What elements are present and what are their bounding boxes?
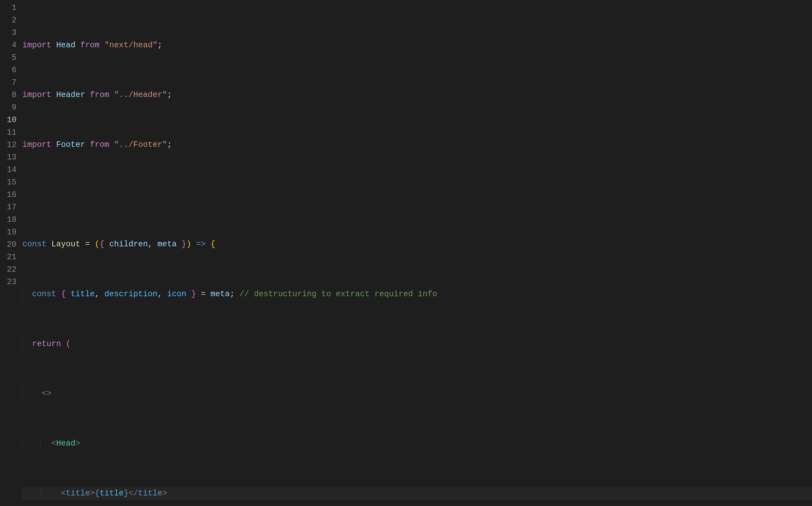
line-number: 13 <box>4 151 16 164</box>
line-number: 14 <box>4 164 16 176</box>
line-number: 15 <box>4 176 16 189</box>
tok-brace: } <box>124 489 129 498</box>
line-number: 18 <box>4 214 16 226</box>
line-number: 4 <box>4 39 16 52</box>
code-line[interactable]: import Header from "../Header"; <box>22 89 812 101</box>
tok-angle: > <box>162 489 167 498</box>
tok-keyword: from <box>80 40 99 50</box>
line-number: 3 <box>4 27 16 39</box>
code-line[interactable]: import Footer from "../Footer"; <box>22 139 812 151</box>
tok-keyword: from <box>90 140 109 149</box>
tok-keyword: const <box>32 289 56 299</box>
tok-angle: > <box>90 489 95 498</box>
tok-punct: ; <box>230 289 235 299</box>
tok-tag: title <box>138 489 162 498</box>
tok-space <box>109 90 114 99</box>
indent-guide <box>22 437 23 450</box>
code-line-active[interactable]: <title>{title}</title> <box>22 487 812 500</box>
code-editor[interactable]: 1 2 3 4 5 6 7 8 9 10 11 12 13 14 15 16 1… <box>0 0 812 506</box>
tok-paren: ) <box>186 240 191 249</box>
tok-space <box>75 40 80 50</box>
tok-tag: title <box>66 489 90 498</box>
tok-component: Head <box>56 439 75 448</box>
tok-space <box>47 240 51 249</box>
tok-function: Layout <box>51 240 80 249</box>
tok-keyword: import <box>22 40 51 50</box>
tok-space <box>85 140 90 149</box>
tok-prop: children <box>109 240 148 249</box>
code-line[interactable]: return ( <box>22 338 812 350</box>
tok-const: description <box>104 289 157 299</box>
line-number: 12 <box>4 139 16 151</box>
tok-angle: < <box>42 389 47 398</box>
tok-paren: ( <box>61 339 71 348</box>
tok-prop: meta <box>157 240 177 249</box>
code-line[interactable]: const Layout = ({ children, meta }) => { <box>22 238 812 251</box>
tok-identifier: Header <box>56 90 85 99</box>
code-line[interactable]: import Head from "next/head"; <box>22 39 812 52</box>
tok-space <box>51 90 56 99</box>
line-number: 8 <box>4 89 16 101</box>
tok-const: icon <box>167 289 186 299</box>
line-number-gutter: 1 2 3 4 5 6 7 8 9 10 11 12 13 14 15 16 1… <box>0 0 22 506</box>
tok-angle: </ <box>129 489 138 498</box>
tok-punct: , <box>95 289 104 299</box>
tok-string: "../Header" <box>114 90 167 99</box>
tok-angle: < <box>51 439 56 448</box>
tok-identifier: Footer <box>56 140 85 149</box>
tok-keyword: from <box>90 90 109 99</box>
code-line[interactable]: const { title, description, icon } = met… <box>22 288 812 301</box>
tok-space <box>99 40 104 50</box>
line-number: 22 <box>4 263 16 276</box>
line-number: 6 <box>4 64 16 77</box>
tok-brace: { <box>61 289 71 299</box>
tok-punct: ; <box>167 90 172 99</box>
tok-punct: , <box>148 240 157 249</box>
line-number: 17 <box>4 201 16 214</box>
tok-angle: < <box>61 489 66 498</box>
tok-keyword: const <box>22 240 47 249</box>
tok-arrow: => <box>191 240 210 249</box>
line-number: 23 <box>4 276 16 288</box>
line-number: 21 <box>4 251 16 263</box>
line-number: 11 <box>4 126 16 139</box>
tok-punct: ; <box>167 140 172 149</box>
line-number: 1 <box>4 2 16 14</box>
tok-var: title <box>99 489 124 498</box>
tok-punct: ; <box>157 40 162 50</box>
indent-guide <box>22 487 23 500</box>
line-number: 19 <box>4 226 16 239</box>
tok-brace: } <box>177 240 187 249</box>
tok-const: title <box>71 289 95 299</box>
tok-brace: { <box>99 240 109 249</box>
tok-angle: > <box>75 439 80 448</box>
tok-brace: { <box>210 240 215 249</box>
tok-brace: { <box>95 489 99 498</box>
code-line[interactable]: <Head> <box>22 437 812 450</box>
tok-keyword: import <box>22 140 51 149</box>
code-area[interactable]: import Head from "next/head"; import Hea… <box>22 0 812 506</box>
tok-keyword: return <box>32 339 61 348</box>
line-number: 9 <box>4 101 16 114</box>
line-number: 20 <box>4 239 16 251</box>
tok-comment: // destructuring to extract required inf… <box>234 289 437 299</box>
indent-guide <box>41 437 41 450</box>
code-line[interactable]: <> <box>22 388 812 400</box>
tok-punct: , <box>157 289 167 299</box>
tok-identifier: meta <box>210 289 230 299</box>
tok-space <box>109 140 114 149</box>
tok-space <box>51 40 56 50</box>
line-number: 16 <box>4 189 16 201</box>
tok-keyword: import <box>22 90 51 99</box>
tok-paren: ( <box>95 240 99 249</box>
tok-op: = <box>80 240 95 249</box>
indent-guide <box>41 487 41 500</box>
indent-guide <box>22 388 23 400</box>
code-line[interactable] <box>22 188 812 201</box>
line-number-current: 10 <box>4 114 16 126</box>
tok-space <box>51 140 56 149</box>
line-number: 7 <box>4 77 16 89</box>
tok-brace: } <box>186 289 196 299</box>
tok-space <box>56 289 61 299</box>
line-number: 2 <box>4 14 16 27</box>
